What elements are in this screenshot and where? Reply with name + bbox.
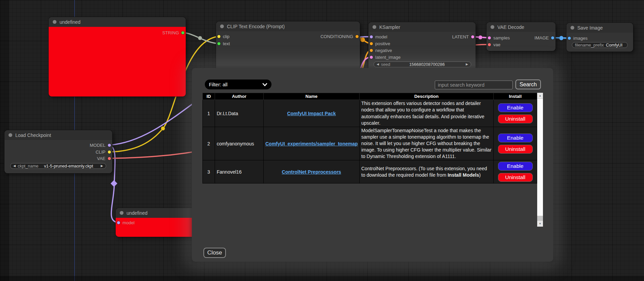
uninstall-button[interactable]: Uninstall [498, 145, 533, 154]
input-label: positive [375, 41, 390, 46]
input-dot-clip[interactable] [217, 35, 220, 38]
collapse-dot-icon[interactable] [220, 24, 224, 28]
collapse-dot-icon[interactable] [373, 25, 376, 29]
cell-install: EnableUninstall [494, 127, 537, 160]
extension-link[interactable]: ComfyUI_experiments/sampler_tonemap [265, 141, 358, 146]
input-dot-vae[interactable] [488, 43, 491, 46]
output-dot-model[interactable] [108, 144, 111, 147]
node-header: KSampler [368, 22, 476, 32]
extension-link[interactable]: ControlNet Preprocessors [282, 169, 341, 175]
collapse-dot-icon[interactable] [9, 133, 12, 137]
input-label: vae [493, 42, 500, 47]
seed-widget[interactable]: ◀ seed 156680208700286 ▶ [374, 62, 471, 67]
scroll-up-icon[interactable]: ▲ [537, 93, 543, 99]
output-label: MODEL [90, 143, 105, 148]
collapse-dot-icon[interactable] [120, 211, 123, 215]
node-save-image[interactable]: Save Image images filename_prefix ComfyU… [566, 23, 633, 52]
input-dot-images[interactable] [568, 37, 571, 40]
node-ksampler[interactable]: KSampler model positive negative latent_… [368, 22, 476, 70]
reroute-dot-blue[interactable] [559, 36, 564, 40]
col-header-id: ID [203, 93, 215, 100]
chevron-down-icon [262, 83, 267, 86]
filter-select[interactable]: Filter: all [205, 80, 271, 89]
node-undefined-top[interactable]: undefined STRING [49, 17, 186, 96]
node-body: model positive negative latent_image LAT… [368, 32, 476, 70]
input-dot-text[interactable] [217, 42, 220, 45]
enable-button[interactable]: Enable [498, 103, 533, 112]
col-header-author: Author [215, 93, 264, 100]
extension-table-body: 1Dr.Lt.DataComfyUI Impact PackThis exten… [203, 100, 537, 183]
output-label: VAE [97, 156, 105, 161]
node-title: undefined [127, 210, 148, 216]
output-dot-vae[interactable] [108, 157, 111, 160]
enable-button[interactable]: Enable [498, 162, 533, 171]
widget-label: seed [381, 62, 390, 67]
cell-id: 1 [203, 100, 215, 127]
table-scrollbar[interactable]: ▲ ▼ [537, 93, 543, 227]
node-title: VAE Decode [497, 24, 524, 30]
search-button[interactable]: Search [515, 80, 541, 89]
input-label: clip [223, 34, 230, 39]
search-input[interactable] [435, 81, 513, 89]
input-dot-latent-image[interactable] [370, 56, 373, 59]
input-dot-model[interactable] [370, 35, 373, 38]
collapse-dot-icon[interactable] [491, 25, 494, 29]
output-label: STRING [162, 30, 179, 35]
reroute-dot-purple[interactable] [111, 180, 117, 187]
uninstall-button[interactable]: Uninstall [498, 115, 533, 123]
node-body: samples vae IMAGE [486, 32, 556, 51]
input-label: latent_image [375, 55, 400, 60]
table-row: 3Fannovel16ControlNet PreprocessorsContr… [203, 160, 537, 183]
filename-prefix-widget[interactable]: filename_prefix ComfyUI [572, 42, 628, 48]
node-header: VAE Decode [486, 22, 556, 32]
node-header: CLIP Text Encode (Prompt) [216, 21, 360, 31]
reroute-dot-yellow[interactable] [161, 126, 165, 130]
scroll-down-icon[interactable]: ▼ [537, 221, 543, 227]
collapse-dot-icon[interactable] [53, 20, 56, 24]
reroute-dot-orange[interactable] [360, 37, 365, 42]
input-dot-positive[interactable] [370, 42, 373, 45]
node-title: Load Checkpoint [15, 133, 51, 138]
output-dot-latent[interactable] [471, 35, 474, 38]
output-dot-string[interactable] [181, 31, 184, 34]
input-dot-model[interactable] [117, 221, 120, 224]
widget-value: v1-5-pruned-emaonly.ckpt [38, 164, 99, 169]
uninstall-button[interactable]: Uninstall [498, 173, 533, 182]
prev-arrow-icon[interactable]: ◀ [13, 164, 16, 168]
cell-description: ControlNet Preprocessors. (To use this e… [360, 160, 494, 183]
scrollbar-thumb[interactable] [537, 99, 543, 216]
cell-name: ControlNet Preprocessors [264, 160, 360, 183]
output-dot-clip[interactable] [108, 151, 111, 154]
output-dot-image[interactable] [551, 36, 554, 39]
cell-author: Fannovel16 [215, 160, 264, 183]
enable-button[interactable]: Enable [498, 134, 533, 142]
ckpt-name-widget[interactable]: ◀ ckpt_name v1-5-pruned-emaonly.ckpt ▶ [10, 163, 106, 169]
output-label: IMAGE [534, 35, 549, 40]
output-label: CONDITIONING [320, 34, 353, 39]
input-label: text [223, 41, 230, 46]
reroute-dot-pink[interactable] [478, 35, 482, 39]
node-body: images filename_prefix ComfyUI [566, 33, 633, 52]
next-arrow-icon[interactable]: ▶ [101, 164, 103, 168]
node-title: Save Image [577, 25, 603, 31]
reroute-dot-gray[interactable] [198, 36, 202, 40]
node-load-checkpoint[interactable]: Load Checkpoint MODEL CLIP VAE ◀ ckpt_na… [4, 130, 112, 173]
input-dot-samples[interactable] [488, 36, 491, 39]
collapse-dot-icon[interactable] [571, 26, 574, 30]
close-button[interactable]: Close [203, 248, 226, 258]
output-dot-conditioning[interactable] [356, 35, 359, 38]
extension-link[interactable]: ComfyUI Impact Pack [287, 111, 336, 116]
node-body: MODEL CLIP VAE ◀ ckpt_name v1-5-pruned-e… [4, 140, 112, 173]
cell-author: Dr.Lt.Data [215, 100, 264, 127]
increment-arrow-icon[interactable]: ▶ [466, 63, 468, 66]
table-row: 1Dr.Lt.DataComfyUI Impact PackThis exten… [203, 100, 537, 127]
node-header: Load Checkpoint [4, 130, 112, 140]
widget-value: 156680208700286 [390, 62, 464, 67]
node-clip-text-encode[interactable]: CLIP Text Encode (Prompt) clip text COND… [216, 21, 360, 72]
cell-install: EnableUninstall [494, 160, 537, 183]
table-header-row: ID Author Name Description Install [203, 93, 537, 100]
widget-value: ComfyUI [604, 43, 625, 48]
decrement-arrow-icon[interactable]: ◀ [377, 63, 379, 66]
node-vae-decode[interactable]: VAE Decode samples vae IMAGE [486, 22, 556, 51]
input-dot-negative[interactable] [370, 49, 373, 52]
